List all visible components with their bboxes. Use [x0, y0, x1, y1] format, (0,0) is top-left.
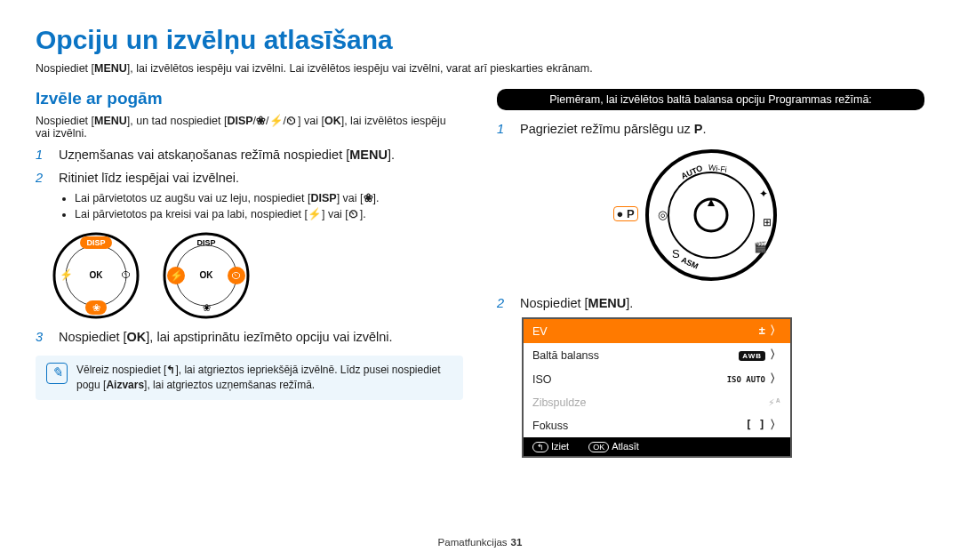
svg-text:⏲: ⏲: [231, 269, 242, 282]
page-title: Opciju un izvēlņu atlasīšana: [36, 25, 924, 55]
step-1: 1 Uzņemšanas vai atskaņošanas režīmā nos…: [36, 147, 463, 164]
right-column: Piemēram, lai izvēlētos baltā balansa op…: [497, 89, 924, 458]
example-pill: Piemēram, lai izvēlētos baltā balansa op…: [497, 89, 924, 110]
svg-text:OK: OK: [200, 270, 214, 280]
flower-pill-highlight: ❀: [85, 300, 107, 315]
lcd-footer: ↰Iziet OKAtlasīt: [524, 437, 790, 456]
timer-pill-highlight: ⏲: [228, 267, 245, 284]
svg-text:✦: ✦: [759, 188, 768, 200]
note-icon: ✎: [46, 363, 68, 384]
lcd-row-focus: Fokuss [ ]〉: [524, 413, 790, 437]
ok-icon: OK: [588, 442, 609, 452]
nav-wheel-a: OK ⚡ ⏲ DISP ❀: [52, 231, 140, 320]
lcd-row-ev: EV ±〉: [524, 319, 790, 343]
tip-box: ✎ Vēlreiz nospiediet [↰], lai atgrieztos…: [36, 356, 463, 400]
svg-text:❀: ❀: [203, 302, 211, 313]
svg-text:⏲: ⏲: [121, 268, 132, 281]
step-2-bullets: Lai pārvietotos uz augšu vai uz leju, no…: [62, 190, 463, 222]
svg-text:S: S: [672, 247, 680, 260]
menu-label: MENU: [94, 62, 127, 75]
lcd-menu: EV ±〉 Baltā balanss AWB〉 ISO ISO AUTO〉 Z…: [522, 317, 792, 458]
nav-wheel-b: OK DISP ❀ ⚡ ⏲: [162, 231, 251, 320]
section-sub: Nospiediet [MENU], un tad nospiediet [DI…: [36, 114, 463, 140]
disp-pill-highlight: DISP: [80, 236, 112, 249]
left-column: Izvēle ar pogām Nospiediet [MENU], un ta…: [36, 89, 463, 458]
r-step-1: 1 Pagrieziet režīmu pārslēgu uz P.: [497, 121, 924, 139]
svg-text:⚡: ⚡: [170, 268, 183, 282]
page-footer: Pamatfunkcijas31: [0, 537, 960, 548]
svg-text:◎: ◎: [658, 208, 668, 221]
lcd-row-wb: Baltā balanss AWB〉: [524, 343, 790, 367]
intro-text: Nospiediet [MENU], lai izvēlētos iespēju…: [36, 62, 924, 75]
svg-text:DISP: DISP: [196, 238, 215, 247]
svg-text:OK: OK: [90, 270, 104, 280]
back-icon: ↰: [532, 442, 548, 452]
p-mode-highlight: ● P: [613, 206, 638, 221]
step-2: 2 Ritiniet līdz iespējai vai izvēlnei.: [36, 170, 463, 188]
step-3: 3 Nospiediet [OK], lai apstiprinātu iezī…: [36, 329, 463, 347]
flash-pill-highlight: ⚡: [167, 267, 185, 284]
section-heading: Izvēle ar pogām: [36, 89, 463, 108]
lcd-row-iso: ISO ISO AUTO〉: [524, 367, 790, 391]
mode-dial: ● P Wi-Fi AUTO ASM ◎ ✦ ⊞: [640, 144, 782, 286]
svg-text:❀: ❀: [92, 302, 100, 313]
svg-text:⚡: ⚡: [60, 268, 73, 281]
svg-text:DISP: DISP: [86, 238, 105, 247]
svg-text:⊞: ⊞: [763, 216, 772, 228]
lcd-row-flash: Zibspuldze ⚡ᴬ: [524, 391, 790, 413]
r-step-2: 2 Nospiediet [MENU].: [497, 295, 924, 313]
svg-text:🎬: 🎬: [754, 240, 767, 253]
